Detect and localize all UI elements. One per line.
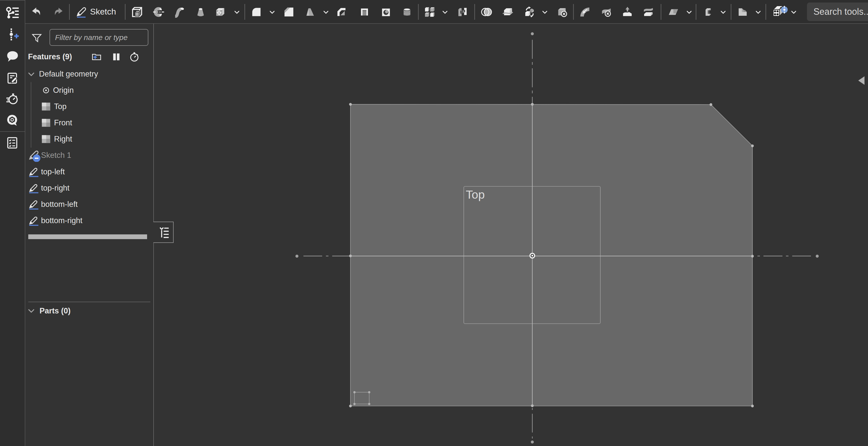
svg-text:Top: Top — [466, 188, 485, 201]
